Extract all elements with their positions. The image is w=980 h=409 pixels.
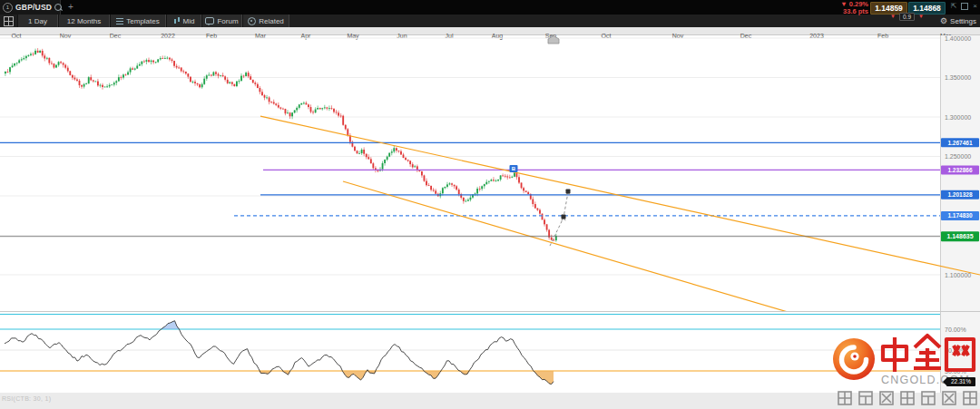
chart-number-badge: 1: [3, 3, 13, 13]
tab-related[interactable]: Related: [242, 15, 289, 27]
restore-icon[interactable]: ⇱: [951, 2, 957, 11]
close-icon[interactable]: ×: [973, 2, 977, 11]
templates-icon: [116, 18, 123, 24]
svg-text:1.267461: 1.267461: [947, 140, 972, 146]
time-axis[interactable]: OctNovDec2022FebMarAprMayJunJulAugSepOct…: [0, 27, 980, 35]
forum-bubble-icon: [205, 17, 214, 24]
new-tab-button[interactable]: +: [64, 0, 78, 15]
rsi-tick-label: 30.00%: [945, 368, 966, 375]
projection-arrow[interactable]: [550, 192, 568, 246]
footer-strip: RSI(CTB: 30, 1): [0, 393, 980, 409]
price-tick-label: 1.400000: [945, 35, 971, 42]
price-tick-label: 1.250000: [945, 153, 971, 160]
symbol-label: GBP/USD: [15, 3, 52, 12]
price-tick-label: 1.350000: [945, 74, 971, 81]
netstation-window: 1 GBP/USD + ▼ 0.29% 33.6 pts 1.14859 1.1…: [0, 0, 980, 409]
toolbar: 1 Day 12 Months Templates Mid Forum Rela…: [0, 15, 980, 27]
indicator-label: RSI(CTB: 30, 1): [2, 395, 51, 402]
price-tick-label: 1.300000: [945, 114, 971, 121]
svg-text:1.148635: 1.148635: [946, 233, 973, 239]
tab-mid[interactable]: Mid: [166, 15, 201, 27]
svg-text:B: B: [512, 166, 516, 171]
trendline[interactable]: [343, 181, 788, 311]
maximize-icon[interactable]: [961, 3, 968, 10]
window-controls: ⇱ ×: [951, 2, 977, 11]
rsi-value-tag: 22.31%: [946, 377, 975, 386]
rsi-overbought-fill: [5, 321, 554, 329]
rsi-tick-label: 50.00%: [945, 347, 966, 354]
candle-chart-icon: [173, 17, 181, 24]
rsi-panel[interactable]: 70.00%50.00%30.00%: [0, 311, 980, 393]
symbol-tab[interactable]: 1 GBP/USD: [0, 0, 61, 15]
spread-row: ▼ 0.9 ▼: [870, 13, 944, 20]
main-chart[interactable]: 1.2674611.2328661.2013281.1748301.148635…: [0, 35, 980, 311]
target-marker[interactable]: [566, 190, 571, 194]
bid-direction-icon: ▼: [890, 14, 896, 19]
price-tick-label: 1.100000: [945, 272, 971, 278]
target-marker[interactable]: [562, 214, 566, 219]
svg-text:1.174830: 1.174830: [947, 212, 972, 219]
tab-period[interactable]: 1 Day: [17, 15, 58, 27]
rsi-tick-label: 70.00%: [945, 326, 966, 333]
change-points: 33.6 pts: [840, 8, 868, 15]
event-marker-icon[interactable]: [548, 36, 559, 44]
search-icon[interactable]: [54, 4, 62, 11]
rsi-line: [5, 321, 554, 385]
tab-templates[interactable]: Templates: [110, 15, 166, 27]
tab-range[interactable]: 12 Months: [58, 15, 110, 27]
spread-value: 0.9: [899, 13, 915, 21]
quote-change: ▼ 0.29% 33.6 pts: [840, 1, 868, 15]
related-eye-icon: [248, 17, 256, 25]
svg-text:1.232866: 1.232866: [947, 167, 972, 173]
svg-text:1.201328: 1.201328: [947, 191, 972, 198]
rsi-oversold-fill: [5, 371, 554, 385]
layout-grid-icon[interactable]: [4, 16, 14, 26]
ask-direction-icon: ▼: [918, 14, 924, 19]
title-bar: 1 GBP/USD + ▼ 0.29% 33.6 pts 1.14859 1.1…: [0, 0, 980, 15]
settings-button[interactable]: ⚙ Settings: [940, 15, 976, 27]
tab-forum[interactable]: Forum: [201, 15, 242, 27]
